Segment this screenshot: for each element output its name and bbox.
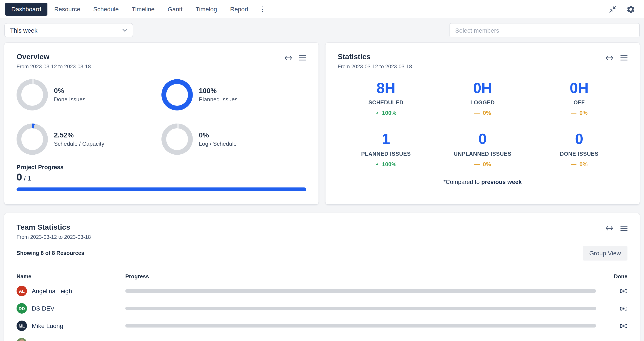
menu-icon[interactable]: [620, 55, 628, 60]
log-schedule-label: Log / Schedule: [199, 140, 236, 147]
stat-trend: — 0%: [531, 161, 628, 167]
tab-timeline[interactable]: Timeline: [126, 2, 161, 16]
overview-date-range: From 2023-03-12 to 2023-03-18: [16, 63, 91, 70]
done-issues-donut-chart: [16, 79, 48, 110]
donut-schedule-capacity: 2.52% Schedule / Capacity: [16, 123, 162, 155]
menu-icon[interactable]: [620, 226, 628, 231]
tab-schedule[interactable]: Schedule: [87, 2, 125, 16]
donut-done-issues: 0% Done Issues: [16, 79, 162, 110]
dashboard-page: Dashboard Resource Schedule Timeline Gan…: [0, 0, 644, 341]
resource-name: Mike Luong: [32, 322, 63, 329]
tab-report[interactable]: Report: [224, 2, 254, 16]
done-count: 0: [620, 323, 623, 329]
statistics-date-range: From 2023-03-12 to 2023-03-18: [338, 63, 412, 70]
stat-value: 0: [434, 131, 531, 147]
period-select[interactable]: This week: [4, 23, 133, 37]
stat-trend: — 0%: [434, 161, 531, 167]
stat-done-issues: 0 DONE ISSUES — 0%: [531, 131, 628, 167]
done-count: 0: [620, 288, 623, 294]
tab-gantt[interactable]: Gantt: [162, 2, 189, 16]
trend-up-icon: ▲: [376, 111, 379, 115]
planned-issues-donut-chart: [162, 79, 193, 110]
group-view-button[interactable]: Group View: [583, 246, 628, 261]
stat-delta: 100%: [382, 110, 397, 116]
done-total: /0: [623, 305, 628, 312]
schedule-capacity-donut-chart: [16, 123, 48, 155]
log-schedule-value: 0%: [199, 131, 236, 139]
stat-value: 0H: [531, 80, 628, 96]
done-issues-value: 0%: [54, 87, 86, 95]
table-header-row: Name Progress Done: [16, 271, 628, 282]
table-row[interactable]: SN Shin Nagasada 0/0: [16, 335, 628, 341]
planned-issues-value: 100%: [199, 87, 238, 95]
table-row[interactable]: AL Angelina Leigh 0/0: [16, 282, 628, 300]
project-progress-label: Project Progress: [16, 164, 306, 170]
done-issues-label: Done Issues: [54, 96, 86, 103]
statistics-grid: 8H SCHEDULED ▲ 100% 0H LOGGED — 0%: [338, 80, 628, 167]
stat-value: 1: [338, 131, 434, 147]
table-row[interactable]: ML Mike Luong 0/0: [16, 317, 628, 335]
expand-horizontal-icon[interactable]: [606, 225, 613, 231]
project-progress-count: 0 / 1: [16, 171, 306, 183]
select-members-input[interactable]: [450, 23, 640, 37]
schedule-capacity-value: 2.52%: [54, 131, 104, 139]
statistics-title: Statistics: [338, 53, 412, 61]
collapse-icon[interactable]: [609, 5, 616, 13]
trend-flat-icon: —: [571, 161, 576, 167]
team-row: Team Statistics From 2023-03-12 to 2023-…: [0, 204, 644, 341]
table-row[interactable]: DD DS DEV 0/0: [16, 300, 628, 317]
stat-delta: 0%: [580, 161, 588, 167]
done-count: 0: [620, 305, 623, 312]
stat-trend: — 0%: [434, 110, 531, 116]
expand-horizontal-icon[interactable]: [284, 55, 292, 61]
progress-done-count: 0: [16, 171, 22, 183]
more-tabs-icon[interactable]: ⋮: [256, 3, 270, 15]
showing-resources-text: Showing 8 of 8 Resources: [16, 250, 84, 256]
expand-horizontal-icon[interactable]: [606, 55, 613, 61]
nav-actions: [609, 4, 639, 14]
trend-flat-icon: —: [571, 110, 576, 116]
stat-trend: ▲ 100%: [338, 161, 434, 167]
stat-label: LOGGED: [434, 100, 531, 106]
avatar: SN: [16, 338, 27, 341]
team-date-range: From 2023-03-12 to 2023-03-18: [16, 234, 91, 240]
resource-progress-bar: [125, 289, 596, 293]
resource-name: Angelina Leigh: [32, 288, 72, 295]
team-statistics-card: Team Statistics From 2023-03-12 to 2023-…: [4, 213, 640, 341]
stat-planned-issues: 1 PLANNED ISSUES ▲ 100%: [338, 131, 434, 167]
tab-resource[interactable]: Resource: [48, 2, 86, 16]
nav-tabs: Dashboard Resource Schedule Timeline Gan…: [5, 2, 270, 16]
stat-delta: 0%: [483, 110, 491, 116]
resource-progress-bar: [125, 324, 596, 328]
stat-label: DONE ISSUES: [531, 151, 628, 157]
settings-gear-icon[interactable]: [626, 4, 635, 14]
trend-flat-icon: —: [474, 110, 480, 116]
stat-logged: 0H LOGGED — 0%: [434, 80, 531, 116]
avatar: ML: [16, 321, 27, 331]
overview-title: Overview: [16, 53, 91, 61]
donut-log-schedule: 0% Log / Schedule: [162, 123, 306, 155]
stat-trend: — 0%: [531, 110, 628, 116]
team-table: Name Progress Done AL Angelina Leigh 0/0…: [16, 271, 628, 341]
tab-timelog[interactable]: Timelog: [190, 2, 223, 16]
top-nav: Dashboard Resource Schedule Timeline Gan…: [0, 0, 644, 18]
stat-delta: 0%: [483, 161, 491, 167]
done-total: /0: [623, 288, 628, 294]
stat-trend: ▲ 100%: [338, 110, 434, 116]
stat-value: 8H: [338, 80, 434, 96]
stat-scheduled: 8H SCHEDULED ▲ 100%: [338, 80, 434, 116]
column-done: Done: [603, 274, 628, 280]
stat-value: 0H: [434, 80, 531, 96]
resource-name: Shin Nagasada: [32, 340, 74, 341]
stat-delta: 100%: [382, 161, 397, 167]
filter-bar: This week: [0, 18, 644, 37]
stat-off: 0H OFF — 0%: [531, 80, 628, 116]
tab-dashboard[interactable]: Dashboard: [5, 2, 47, 16]
avatar: DD: [16, 303, 27, 314]
resource-name: DS DEV: [32, 305, 54, 312]
menu-icon[interactable]: [299, 55, 306, 60]
donut-planned-issues: 100% Planned Issues: [162, 79, 306, 110]
stat-label: OFF: [531, 100, 628, 106]
resource-progress-bar: [125, 307, 596, 310]
avatar: AL: [16, 286, 27, 296]
